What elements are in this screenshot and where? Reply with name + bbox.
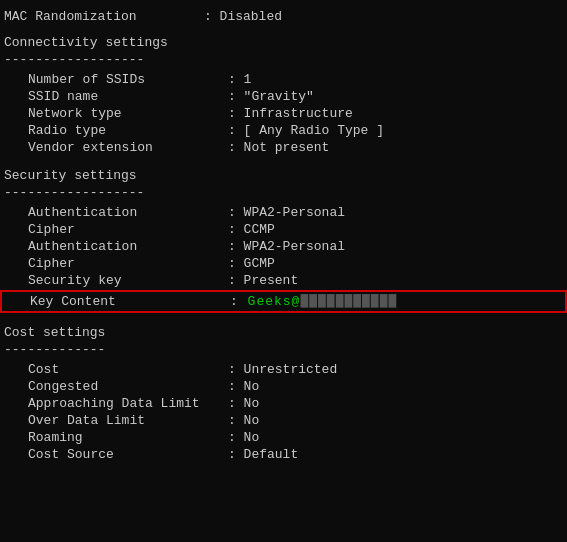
cost-value-2: : No — [228, 396, 259, 411]
connectivity-row-2: Network type : Infrastructure — [0, 105, 567, 122]
security-value-1: : CCMP — [228, 222, 275, 237]
cost-value-4: : No — [228, 430, 259, 445]
connectivity-row-0: Number of SSIDs : 1 — [0, 71, 567, 88]
connectivity-value-1: : "Gravity" — [228, 89, 314, 104]
security-value-0: : WPA2-Personal — [228, 205, 345, 220]
key-content-value: : Geeks@███████████ — [230, 294, 397, 309]
security-label-2: Authentication — [28, 239, 228, 254]
cost-label-5: Cost Source — [28, 447, 228, 462]
mac-label: MAC Randomization — [4, 9, 204, 24]
security-header: Security settings — [0, 162, 567, 185]
connectivity-divider: ------------------ — [0, 52, 567, 67]
cost-label-1: Congested — [28, 379, 228, 394]
connectivity-label-1: SSID name — [28, 89, 228, 104]
connectivity-row-3: Radio type : [ Any Radio Type ] — [0, 122, 567, 139]
security-value-4: : Present — [228, 273, 298, 288]
connectivity-row-1: SSID name : "Gravity" — [0, 88, 567, 105]
mac-value: : Disabled — [204, 9, 282, 24]
connectivity-value-0: : 1 — [228, 72, 251, 87]
connectivity-label-0: Number of SSIDs — [28, 72, 228, 87]
key-content-label: Key Content — [30, 294, 230, 309]
cost-row-4: Roaming : No — [0, 429, 567, 446]
cost-divider: ------------- — [0, 342, 567, 357]
security-row-2: Authentication : WPA2-Personal — [0, 238, 567, 255]
connectivity-label-4: Vendor extension — [28, 140, 228, 155]
connectivity-label-3: Radio type — [28, 123, 228, 138]
cost-label-2: Approaching Data Limit — [28, 396, 228, 411]
cost-value-3: : No — [228, 413, 259, 428]
cost-label-4: Roaming — [28, 430, 228, 445]
cost-row-2: Approaching Data Limit : No — [0, 395, 567, 412]
security-row-0: Authentication : WPA2-Personal — [0, 204, 567, 221]
key-content-row: Key Content : Geeks@███████████ — [0, 290, 567, 313]
cost-label-0: Cost — [28, 362, 228, 377]
security-row-1: Cipher : CCMP — [0, 221, 567, 238]
security-value-3: : GCMP — [228, 256, 275, 271]
cost-header: Cost settings — [0, 319, 567, 342]
security-label-0: Authentication — [28, 205, 228, 220]
connectivity-row-4: Vendor extension : Not present — [0, 139, 567, 156]
security-row-4: Security key : Present — [0, 272, 567, 289]
connectivity-value-4: : Not present — [228, 140, 329, 155]
security-label-3: Cipher — [28, 256, 228, 271]
top-row: MAC Randomization : Disabled — [0, 8, 567, 25]
cost-value-0: : Unrestricted — [228, 362, 337, 377]
cost-row-3: Over Data Limit : No — [0, 412, 567, 429]
cost-value-5: : Default — [228, 447, 298, 462]
connectivity-header: Connectivity settings — [0, 29, 567, 52]
cost-value-1: : No — [228, 379, 259, 394]
security-label-1: Cipher — [28, 222, 228, 237]
security-value-2: : WPA2-Personal — [228, 239, 345, 254]
cost-row-1: Congested : No — [0, 378, 567, 395]
connectivity-value-2: : Infrastructure — [228, 106, 353, 121]
connectivity-label-2: Network type — [28, 106, 228, 121]
cost-row-0: Cost : Unrestricted — [0, 361, 567, 378]
cost-label-3: Over Data Limit — [28, 413, 228, 428]
security-label-4: Security key — [28, 273, 228, 288]
cost-row-5: Cost Source : Default — [0, 446, 567, 463]
security-divider: ------------------ — [0, 185, 567, 200]
connectivity-value-3: : [ Any Radio Type ] — [228, 123, 384, 138]
security-row-3: Cipher : GCMP — [0, 255, 567, 272]
